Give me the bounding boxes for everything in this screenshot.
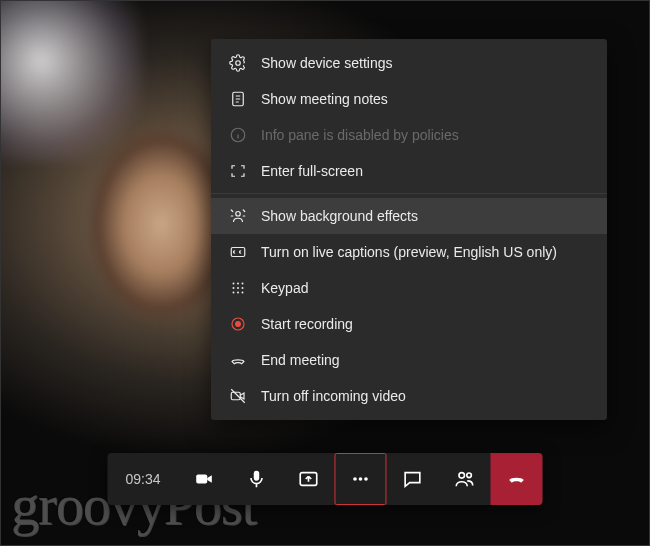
menu-item-fullscreen[interactable]: Enter full-screen <box>211 153 607 189</box>
hangup-button[interactable] <box>491 453 543 505</box>
menu-item-label: Show meeting notes <box>261 91 388 107</box>
svg-point-11 <box>233 292 235 294</box>
svg-rect-18 <box>254 471 260 481</box>
fullscreen-icon <box>229 162 247 180</box>
info-icon <box>229 126 247 144</box>
svg-point-9 <box>237 287 239 289</box>
share-screen-button[interactable] <box>283 453 335 505</box>
menu-item-label: End meeting <box>261 352 340 368</box>
svg-point-10 <box>242 287 244 289</box>
menu-item-background-effects[interactable]: Show background effects <box>211 198 607 234</box>
svg-point-8 <box>233 287 235 289</box>
svg-point-6 <box>237 283 239 285</box>
svg-point-22 <box>364 477 368 481</box>
menu-divider <box>211 193 607 194</box>
svg-point-15 <box>235 321 241 327</box>
camera-button[interactable] <box>179 453 231 505</box>
svg-point-3 <box>236 212 241 217</box>
menu-item-label: Turn on live captions (preview, English … <box>261 244 557 260</box>
menu-item-device-settings[interactable]: Show device settings <box>211 45 607 81</box>
svg-point-5 <box>233 283 235 285</box>
menu-item-label: Start recording <box>261 316 353 332</box>
svg-point-23 <box>459 473 465 479</box>
chat-button[interactable] <box>387 453 439 505</box>
menu-item-label: Enter full-screen <box>261 163 363 179</box>
menu-item-label: Show device settings <box>261 55 393 71</box>
menu-item-turn-off-incoming-video[interactable]: Turn off incoming video <box>211 378 607 414</box>
menu-item-label: Info pane is disabled by policies <box>261 127 459 143</box>
menu-item-end-meeting[interactable]: End meeting <box>211 342 607 378</box>
captions-icon <box>229 243 247 261</box>
menu-item-meeting-notes[interactable]: Show meeting notes <box>211 81 607 117</box>
call-toolbar: 09:34 <box>107 453 542 505</box>
end-meeting-icon <box>229 351 247 369</box>
gear-icon <box>229 54 247 72</box>
more-actions-button[interactable] <box>335 453 387 505</box>
menu-item-label: Turn off incoming video <box>261 388 406 404</box>
menu-item-label: Show background effects <box>261 208 418 224</box>
call-duration: 09:34 <box>107 471 178 487</box>
svg-point-20 <box>353 477 357 481</box>
menu-item-info-pane-disabled: Info pane is disabled by policies <box>211 117 607 153</box>
menu-item-label: Keypad <box>261 280 308 296</box>
menu-item-live-captions[interactable]: Turn on live captions (preview, English … <box>211 234 607 270</box>
background-effects-icon <box>229 207 247 225</box>
participants-button[interactable] <box>439 453 491 505</box>
svg-point-7 <box>242 283 244 285</box>
svg-point-21 <box>359 477 363 481</box>
record-icon <box>229 315 247 333</box>
more-actions-menu: Show device settings Show meeting notes … <box>211 39 607 420</box>
menu-item-start-recording[interactable]: Start recording <box>211 306 607 342</box>
svg-point-12 <box>237 292 239 294</box>
incoming-video-off-icon <box>229 387 247 405</box>
microphone-button[interactable] <box>231 453 283 505</box>
svg-point-13 <box>242 292 244 294</box>
menu-item-keypad[interactable]: Keypad <box>211 270 607 306</box>
svg-rect-17 <box>196 474 207 483</box>
notes-icon <box>229 90 247 108</box>
svg-point-0 <box>236 61 241 66</box>
svg-point-24 <box>467 473 472 478</box>
keypad-icon <box>229 279 247 297</box>
